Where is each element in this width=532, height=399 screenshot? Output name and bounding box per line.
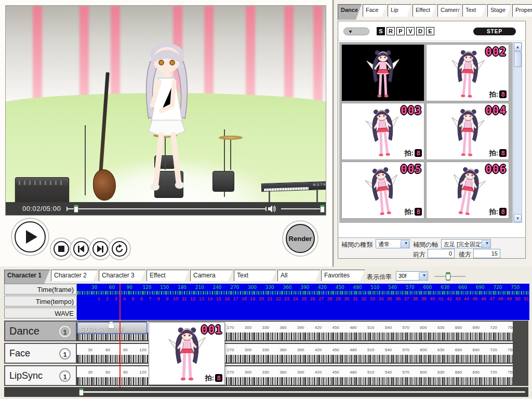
row-label-time-tempo: Time(tempo): [4, 296, 77, 307]
ruler-tick-number: 50: [515, 296, 521, 301]
volume-bar[interactable]: [281, 208, 325, 209]
ruler-tick-number: 750: [511, 285, 520, 290]
interp-axis-label: 補間の軸: [413, 241, 438, 249]
tab-all-track[interactable]: All: [277, 270, 320, 281]
ruler-tick-number: 60: [109, 285, 115, 290]
zoom-scale-label: 表示倍率: [367, 273, 392, 282]
interp-type-value: 通常: [378, 241, 390, 247]
tab-stage[interactable]: Stage: [487, 4, 511, 17]
tab-property[interactable]: Property: [512, 4, 532, 17]
tab-camera-track[interactable]: Camera: [190, 270, 233, 281]
skip-forward-icon: [97, 245, 102, 252]
step-preview-popup: 001 拍:8: [149, 322, 225, 385]
track-label-dance[interactable]: Dance 1: [4, 321, 77, 341]
step-thumbnail-006[interactable]: 006 拍:8: [426, 162, 509, 219]
ruler-tick-number: 480: [350, 370, 356, 375]
back-input[interactable]: 15: [473, 249, 500, 258]
seek-thumb[interactable]: [74, 205, 78, 213]
skip-forward-button[interactable]: [92, 241, 108, 257]
track-number-badge: 1: [59, 326, 71, 337]
scroll-up-icon[interactable]: ▲: [514, 43, 522, 51]
ruler-tick-number: 450: [332, 348, 339, 352]
front-input[interactable]: 0: [428, 249, 455, 258]
play-button[interactable]: [15, 221, 46, 252]
volume-thumb[interactable]: [320, 205, 325, 213]
tab-favorites[interactable]: Favorites: [321, 270, 365, 281]
category-dropdown-button[interactable]: ▼: [343, 28, 369, 35]
mode-button-p[interactable]: P: [396, 27, 405, 35]
tab-character-3[interactable]: Character 3: [99, 270, 145, 281]
track-label-face[interactable]: Face 1: [4, 343, 77, 364]
step-thumbnail-002[interactable]: 002 拍:8: [426, 44, 509, 101]
mode-button-v[interactable]: V: [406, 27, 415, 35]
ruler-tick-number: 510: [367, 348, 374, 352]
cymbal-stand: [230, 139, 231, 170]
zoom-slider-thumb[interactable]: [446, 272, 450, 281]
mode-button-e[interactable]: E: [426, 27, 434, 35]
tab-lip[interactable]: Lip: [388, 4, 411, 17]
step-thumbnail-004[interactable]: 004 拍:8: [426, 103, 509, 160]
tab-dance[interactable]: Dance: [338, 4, 362, 20]
dancer-character: [121, 38, 212, 197]
step-thumbnail-001-selected[interactable]: [341, 44, 424, 101]
face-track-ruler[interactable]: 3060901201501802102402703003303603904204…: [77, 343, 517, 364]
step-thumbnail-003[interactable]: 003 拍:8: [341, 103, 424, 160]
tab-text[interactable]: Text: [462, 4, 486, 17]
ruler-tick-number: 48: [498, 296, 503, 301]
ruler-tick-number: 8: [157, 296, 160, 301]
mode-button-d[interactable]: D: [416, 27, 424, 35]
thumbnail-scrollbar[interactable]: ▲ ▼: [513, 42, 522, 223]
step-thumbnail-005[interactable]: 005 拍:8: [341, 162, 424, 219]
track-row-dance: Dance 1 S 001 ステップ... 306090120150180210…: [4, 321, 529, 341]
tab-face[interactable]: Face: [363, 4, 387, 17]
tab-effect-track[interactable]: Effect: [147, 270, 189, 281]
interp-type-label: 補間の種類: [341, 241, 373, 249]
mode-button-r[interactable]: R: [387, 27, 395, 35]
render-viewport[interactable]: M.S.T.K 00:02/05:00: [5, 5, 326, 216]
zoom-scale-select[interactable]: 30f: [396, 271, 428, 281]
ruler-tick-number: 270: [227, 325, 234, 330]
ruler-tick-number: 39: [421, 296, 426, 301]
track-label-lipsync[interactable]: LipSync 1: [4, 365, 77, 386]
timeline-horizontal-scrollbar[interactable]: [4, 387, 528, 397]
track-number-badge: 1: [59, 348, 71, 360]
mic-stand: [85, 125, 86, 195]
interp-type-select[interactable]: 通常: [376, 239, 410, 248]
tab-camera[interactable]: Camera: [437, 4, 461, 17]
ruler-ticks: [77, 355, 517, 363]
skip-back-button[interactable]: [73, 241, 89, 257]
keyboard-leg: [269, 191, 270, 203]
ruler-tick-number: 450: [336, 285, 344, 290]
dance-track-ruler[interactable]: S 001 ステップ... 30609012015018021024027030…: [77, 321, 517, 341]
seek-bar[interactable]: [66, 208, 267, 209]
play-icon: [26, 230, 37, 244]
playhead-line[interactable]: [119, 321, 121, 387]
playhead[interactable]: [119, 284, 121, 320]
step-mode-button[interactable]: STEP: [473, 28, 516, 35]
render-button[interactable]: Render: [286, 224, 315, 253]
ruler-tick-number: 19: [250, 296, 255, 301]
tab-character-1[interactable]: Character 1: [4, 270, 50, 284]
time-ruler-header[interactable]: 3060901201501802102402703003303603904204…: [77, 284, 529, 320]
chevron-down-icon: ▼: [348, 29, 353, 34]
tab-character-2[interactable]: Character 2: [51, 270, 98, 281]
stop-button[interactable]: [54, 241, 69, 257]
ruler-tick-number: 690: [473, 325, 480, 330]
tab-effect[interactable]: Effect: [413, 4, 436, 17]
clip-label: S 001 ステップ...: [80, 326, 129, 335]
ruler-tick-number: 480: [350, 348, 356, 352]
interp-axis-select[interactable]: 左足 [完全固定]: [441, 239, 491, 248]
ruler-tick-number: 35: [387, 296, 392, 301]
tab-text-track[interactable]: Text: [234, 270, 276, 281]
ruler-tick-number: 28: [327, 296, 332, 301]
loop-button[interactable]: [112, 241, 127, 257]
volume-icon[interactable]: [268, 205, 276, 212]
dance-clip-s001[interactable]: S 001 ステップ...: [77, 322, 148, 334]
scrollbar-thumb[interactable]: [514, 51, 522, 67]
ruler-tick-number: 22: [276, 296, 281, 301]
ruler-tick-number: 10: [173, 296, 178, 301]
track-row-lipsync: LipSync 1 306090120150180210240270300330…: [4, 365, 529, 386]
lipsync-track-ruler[interactable]: 3060901201501802102402703003303603904204…: [77, 365, 517, 386]
mode-button-s[interactable]: S: [377, 27, 385, 35]
scroll-down-icon[interactable]: ▼: [514, 214, 522, 222]
